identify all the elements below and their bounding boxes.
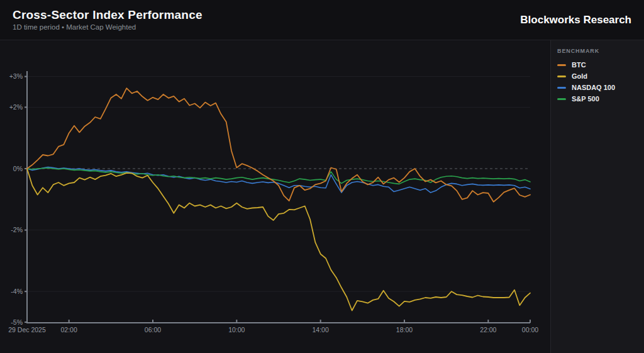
y-axis-label: -5% xyxy=(11,318,23,326)
legend-item-s-p-500[interactable]: S&P 500 xyxy=(557,93,639,104)
legend-item-btc[interactable]: BTC xyxy=(557,59,639,70)
s-p-500-swatch-icon xyxy=(557,98,566,100)
x-axis-label: 10:00 xyxy=(228,326,245,333)
y-axis-label: 0% xyxy=(13,165,23,172)
x-axis-label: 18:00 xyxy=(396,326,413,333)
app-root: Cross-Sector Index Performance 1D time p… xyxy=(0,0,644,353)
x-axis-label: 14:00 xyxy=(313,326,329,333)
main-content: +3%+2%0%-2%-4%-5%29 Dec 202502:0006:0010… xyxy=(0,40,644,353)
series-line-gold[interactable] xyxy=(27,169,530,311)
legend-panel: BENCHMARK BTCGoldNASDAQ 100S&P 500 xyxy=(550,40,644,353)
legend-item-label: S&P 500 xyxy=(572,95,599,103)
btc-swatch-icon xyxy=(557,64,566,66)
y-axis-label: +2% xyxy=(9,103,23,111)
x-axis-label: 06:00 xyxy=(145,326,161,333)
y-axis-label: -2% xyxy=(11,226,23,233)
legend-heading: BENCHMARK xyxy=(557,48,639,54)
performance-line-chart[interactable]: +3%+2%0%-2%-4%-5%29 Dec 202502:0006:0010… xyxy=(0,40,550,353)
y-axis-label: +3% xyxy=(9,72,23,80)
header-titles: Cross-Sector Index Performance 1D time p… xyxy=(13,9,203,31)
page-subtitle: 1D time period • Market Cap Weighted xyxy=(13,23,203,31)
series-line-btc[interactable] xyxy=(27,88,530,202)
gold-swatch-icon xyxy=(557,76,566,77)
legend-item-gold[interactable]: Gold xyxy=(557,70,639,82)
x-axis-label: 02:00 xyxy=(61,326,77,333)
legend-item-label: NASDAQ 100 xyxy=(572,84,615,91)
x-axis-label: 00:00 xyxy=(522,326,538,333)
legend-item-label: Gold xyxy=(572,72,587,80)
x-axis-label: 22:00 xyxy=(480,326,496,333)
legend-item-label: BTC xyxy=(572,61,586,69)
brand-logo: Blockworks Research xyxy=(520,14,631,26)
chart-panel: +3%+2%0%-2%-4%-5%29 Dec 202502:0006:0010… xyxy=(0,40,550,353)
y-axis-label: -4% xyxy=(11,288,23,295)
page-title: Cross-Sector Index Performance xyxy=(13,9,203,22)
page-header: Cross-Sector Index Performance 1D time p… xyxy=(0,0,644,40)
nasdaq-100-swatch-icon xyxy=(557,87,566,89)
legend-item-nasdaq-100[interactable]: NASDAQ 100 xyxy=(557,82,639,93)
legend-items: BTCGoldNASDAQ 100S&P 500 xyxy=(557,59,639,104)
x-axis-label: 29 Dec 2025 xyxy=(8,326,46,333)
